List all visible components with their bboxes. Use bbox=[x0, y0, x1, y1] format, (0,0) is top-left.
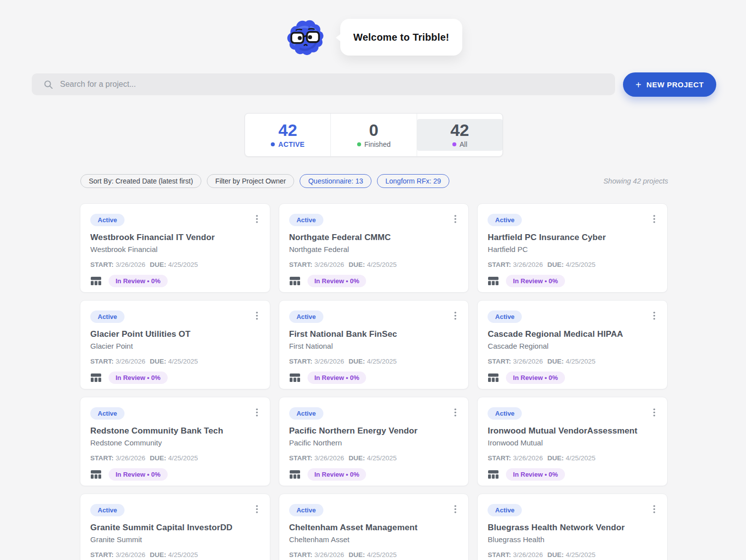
due-label: DUE: bbox=[547, 261, 563, 268]
kebab-menu-icon[interactable] bbox=[651, 407, 657, 418]
status-badge: Active bbox=[488, 214, 522, 226]
project-card[interactable]: Active Redstone Community Bank Tech Reds… bbox=[80, 397, 270, 486]
kebab-menu-icon[interactable] bbox=[452, 214, 458, 224]
kebab-menu-icon[interactable] bbox=[254, 214, 260, 224]
all-count: 42 bbox=[450, 122, 469, 138]
project-card[interactable]: Active Northgate Federal CMMC Northgate … bbox=[279, 203, 469, 293]
active-dot-icon bbox=[271, 142, 275, 146]
start-label: START: bbox=[289, 551, 312, 559]
table-icon bbox=[488, 469, 499, 480]
project-card[interactable]: Active Westbrook Financial IT Vendor Wes… bbox=[80, 203, 270, 293]
project-dates: START:3/26/2026 DUE:4/25/2025 bbox=[90, 358, 260, 365]
project-card[interactable]: Active Glacier Point Utilities OT Glacie… bbox=[80, 300, 270, 389]
new-project-button[interactable]: + NEW PROJECT bbox=[623, 72, 716, 97]
kebab-menu-icon[interactable] bbox=[254, 407, 260, 418]
due-date: 4/25/2025 bbox=[367, 261, 397, 268]
status-badge: Active bbox=[289, 311, 323, 323]
review-status-badge: In Review • 0% bbox=[308, 468, 367, 481]
filter-owner-button[interactable]: Filter by Project Owner bbox=[207, 174, 294, 188]
project-stats-card: 42 ACTIVE 0 Finished 42 All bbox=[245, 113, 503, 157]
start-label: START: bbox=[90, 454, 114, 462]
project-grid: Active Westbrook Financial IT Vendor Wes… bbox=[80, 203, 668, 560]
project-subtitle: Cascade Regional bbox=[488, 342, 657, 350]
stat-all[interactable]: 42 All bbox=[417, 114, 502, 156]
all-dot-icon bbox=[452, 142, 456, 146]
status-badge: Active bbox=[90, 407, 124, 420]
projects-dashboard: Welcome to Tribble! + NEW PROJECT 42 ACT… bbox=[0, 0, 746, 560]
kebab-menu-icon[interactable] bbox=[651, 311, 657, 321]
kebab-menu-icon[interactable] bbox=[452, 407, 458, 418]
welcome-text: Welcome to Tribble! bbox=[353, 32, 449, 43]
due-date: 4/25/2025 bbox=[168, 358, 198, 365]
start-label: START: bbox=[289, 358, 312, 365]
project-card[interactable]: Active Granite Summit Capital InvestorDD… bbox=[80, 494, 270, 560]
active-count: 42 bbox=[278, 122, 297, 138]
kebab-menu-icon[interactable] bbox=[254, 311, 260, 321]
kebab-menu-icon[interactable] bbox=[651, 504, 657, 514]
project-dates: START:3/26/2026 DUE:4/25/2025 bbox=[90, 454, 260, 462]
status-badge: Active bbox=[90, 214, 124, 226]
due-label: DUE: bbox=[547, 358, 563, 365]
project-card[interactable]: Active Hartfield PC Insurance Cyber Hart… bbox=[477, 203, 668, 293]
project-dates: START:3/26/2026 DUE:4/25/2025 bbox=[289, 454, 459, 462]
due-label: DUE: bbox=[150, 358, 166, 365]
project-dates: START:3/26/2026 DUE:4/25/2025 bbox=[488, 261, 657, 268]
project-dates: START:3/26/2026 DUE:4/25/2025 bbox=[488, 551, 657, 559]
project-dates: START:3/26/2026 DUE:4/25/2025 bbox=[90, 261, 260, 268]
project-card[interactable]: Active Pacific Northern Energy Vendor Pa… bbox=[279, 397, 469, 486]
start-date: 3/26/2026 bbox=[116, 261, 145, 268]
table-icon bbox=[488, 373, 499, 383]
kebab-menu-icon[interactable] bbox=[651, 214, 657, 224]
showing-projects-count: Showing 42 projects bbox=[603, 177, 668, 185]
due-label: DUE: bbox=[150, 261, 166, 268]
questionnaire-filter-button[interactable]: Questionnaire: 13 bbox=[300, 174, 372, 188]
stat-finished[interactable]: 0 Finished bbox=[331, 114, 417, 156]
project-subtitle: Granite Summit bbox=[90, 535, 260, 544]
due-date: 4/25/2025 bbox=[565, 454, 595, 462]
project-dates: START:3/26/2026 DUE:4/25/2025 bbox=[90, 551, 260, 559]
start-label: START: bbox=[90, 551, 114, 559]
review-status-badge: In Review • 0% bbox=[506, 468, 565, 481]
project-card[interactable]: Active Bluegrass Health Network Vendor B… bbox=[477, 494, 668, 560]
due-label: DUE: bbox=[349, 454, 365, 462]
project-card[interactable]: Active Ironwood Mutual VendorAssessment … bbox=[477, 397, 668, 486]
start-label: START: bbox=[488, 454, 511, 462]
project-subtitle: Westbrook Financial bbox=[90, 245, 260, 253]
table-icon bbox=[289, 373, 301, 383]
project-card[interactable]: Active Cascade Regional Medical HIPAA Ca… bbox=[477, 300, 668, 389]
project-card[interactable]: Active First National Bank FinSec First … bbox=[279, 300, 469, 389]
status-badge: Active bbox=[289, 407, 323, 420]
project-subtitle: Ironwood Mutual bbox=[488, 438, 657, 447]
project-title: Cascade Regional Medical HIPAA bbox=[488, 329, 657, 339]
project-title: Northgate Federal CMMC bbox=[289, 233, 459, 243]
all-label: All bbox=[460, 140, 468, 148]
search-input[interactable] bbox=[60, 80, 607, 89]
review-status-badge: In Review • 0% bbox=[506, 275, 565, 287]
project-subtitle: Redstone Community bbox=[90, 438, 260, 447]
due-label: DUE: bbox=[349, 551, 365, 559]
kebab-menu-icon[interactable] bbox=[254, 504, 260, 514]
longform-rfx-filter-button[interactable]: Longform RFx: 29 bbox=[377, 174, 449, 188]
review-status-badge: In Review • 0% bbox=[308, 372, 367, 384]
start-date: 3/26/2026 bbox=[116, 551, 145, 559]
project-dates: START:3/26/2026 DUE:4/25/2025 bbox=[488, 358, 657, 365]
project-subtitle: Northgate Federal bbox=[289, 245, 459, 253]
sort-by-button[interactable]: Sort By: Created Date (latest first) bbox=[80, 174, 201, 188]
finished-label: Finished bbox=[365, 140, 391, 148]
kebab-menu-icon[interactable] bbox=[452, 311, 458, 321]
project-search-bar[interactable] bbox=[32, 73, 615, 95]
stat-active[interactable]: 42 ACTIVE bbox=[245, 114, 331, 156]
start-label: START: bbox=[488, 261, 511, 268]
table-icon bbox=[90, 276, 102, 286]
table-icon bbox=[289, 276, 301, 286]
project-card[interactable]: Active Cheltenham Asset Management Chelt… bbox=[279, 494, 469, 560]
project-title: Hartfield PC Insurance Cyber bbox=[488, 233, 657, 243]
review-status-badge: In Review • 0% bbox=[109, 468, 168, 481]
status-badge: Active bbox=[90, 504, 124, 516]
project-title: Cheltenham Asset Management bbox=[289, 523, 459, 533]
plus-icon: + bbox=[635, 80, 641, 90]
table-icon bbox=[488, 276, 499, 286]
due-date: 4/25/2025 bbox=[367, 454, 397, 462]
kebab-menu-icon[interactable] bbox=[452, 504, 458, 514]
start-date: 3/26/2026 bbox=[314, 551, 344, 559]
